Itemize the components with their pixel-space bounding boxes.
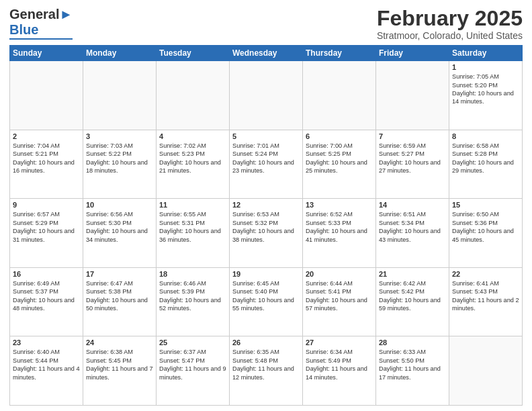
calendar-cell: 16Sunrise: 6:49 AM Sunset: 5:37 PM Dayli… [10, 267, 83, 336]
calendar-cell: 24Sunrise: 6:38 AM Sunset: 5:45 PM Dayli… [83, 336, 157, 406]
logo-bird: ► [59, 7, 73, 21]
col-friday: Friday [376, 46, 449, 61]
cell-sun-info: Sunrise: 6:47 AM Sunset: 5:38 PM Dayligh… [86, 279, 153, 313]
calendar-week-row-5: 23Sunrise: 6:40 AM Sunset: 5:44 PM Dayli… [10, 336, 523, 406]
calendar-cell: 26Sunrise: 6:35 AM Sunset: 5:48 PM Dayli… [230, 336, 303, 406]
calendar-cell: 5Sunrise: 7:01 AM Sunset: 5:24 PM Daylig… [230, 130, 303, 199]
calendar-week-row-2: 2Sunrise: 7:04 AM Sunset: 5:21 PM Daylig… [10, 130, 523, 199]
day-number: 6 [306, 132, 373, 140]
calendar-cell: 21Sunrise: 6:42 AM Sunset: 5:42 PM Dayli… [376, 267, 449, 336]
cell-sun-info: Sunrise: 6:49 AM Sunset: 5:37 PM Dayligh… [13, 279, 80, 313]
calendar-cell: 13Sunrise: 6:52 AM Sunset: 5:33 PM Dayli… [303, 199, 376, 268]
col-saturday: Saturday [449, 46, 523, 61]
calendar-week-row-1: 1Sunrise: 7:05 AM Sunset: 5:20 PM Daylig… [10, 61, 523, 130]
calendar-cell [83, 61, 157, 130]
logo-underline [9, 38, 73, 40]
cell-sun-info: Sunrise: 6:34 AM Sunset: 5:49 PM Dayligh… [306, 348, 373, 381]
cell-sun-info: Sunrise: 6:45 AM Sunset: 5:40 PM Dayligh… [232, 279, 300, 313]
calendar-cell: 22Sunrise: 6:41 AM Sunset: 5:43 PM Dayli… [449, 267, 523, 336]
cell-sun-info: Sunrise: 6:44 AM Sunset: 5:41 PM Dayligh… [306, 279, 373, 313]
day-number: 14 [379, 201, 446, 209]
cell-sun-info: Sunrise: 6:57 AM Sunset: 5:29 PM Dayligh… [13, 210, 80, 244]
calendar-table: Sunday Monday Tuesday Wednesday Thursday… [9, 45, 523, 406]
calendar-cell [376, 61, 449, 130]
day-number: 1 [452, 63, 519, 71]
cell-sun-info: Sunrise: 7:02 AM Sunset: 5:23 PM Dayligh… [159, 142, 226, 175]
cell-sun-info: Sunrise: 6:33 AM Sunset: 5:50 PM Dayligh… [379, 348, 446, 381]
calendar-cell: 18Sunrise: 6:46 AM Sunset: 5:39 PM Dayli… [157, 267, 230, 336]
cell-sun-info: Sunrise: 6:41 AM Sunset: 5:43 PM Dayligh… [452, 279, 519, 313]
calendar-cell [303, 61, 376, 130]
cell-sun-info: Sunrise: 7:04 AM Sunset: 5:21 PM Dayligh… [13, 142, 80, 175]
calendar-cell: 3Sunrise: 7:03 AM Sunset: 5:22 PM Daylig… [83, 130, 157, 199]
day-number: 21 [379, 270, 446, 278]
header: General► Blue February 2025 Stratmoor, C… [9, 7, 523, 41]
day-number: 8 [452, 132, 519, 140]
cell-sun-info: Sunrise: 6:58 AM Sunset: 5:28 PM Dayligh… [452, 142, 519, 175]
calendar-cell [10, 61, 83, 130]
day-number: 3 [86, 132, 153, 140]
calendar-cell: 15Sunrise: 6:50 AM Sunset: 5:36 PM Dayli… [449, 199, 523, 268]
cell-sun-info: Sunrise: 6:46 AM Sunset: 5:39 PM Dayligh… [159, 279, 226, 313]
cell-sun-info: Sunrise: 6:40 AM Sunset: 5:44 PM Dayligh… [13, 348, 80, 381]
day-number: 20 [306, 270, 373, 278]
calendar-cell: 27Sunrise: 6:34 AM Sunset: 5:49 PM Dayli… [303, 336, 376, 406]
page: General► Blue February 2025 Stratmoor, C… [0, 0, 532, 411]
calendar-cell: 10Sunrise: 6:56 AM Sunset: 5:30 PM Dayli… [83, 199, 157, 268]
logo-text: General► Blue [9, 7, 73, 38]
cell-sun-info: Sunrise: 6:38 AM Sunset: 5:45 PM Dayligh… [86, 348, 153, 381]
calendar-cell: 12Sunrise: 6:53 AM Sunset: 5:32 PM Dayli… [230, 199, 303, 268]
cell-sun-info: Sunrise: 6:42 AM Sunset: 5:42 PM Dayligh… [379, 279, 446, 313]
cell-sun-info: Sunrise: 6:51 AM Sunset: 5:34 PM Dayligh… [379, 210, 446, 244]
calendar-cell: 28Sunrise: 6:33 AM Sunset: 5:50 PM Dayli… [376, 336, 449, 406]
calendar-cell: 2Sunrise: 7:04 AM Sunset: 5:21 PM Daylig… [10, 130, 83, 199]
day-number: 11 [159, 201, 226, 209]
cell-sun-info: Sunrise: 6:56 AM Sunset: 5:30 PM Dayligh… [86, 210, 153, 244]
calendar-cell [449, 336, 523, 406]
calendar-header-row: Sunday Monday Tuesday Wednesday Thursday… [10, 46, 523, 61]
col-tuesday: Tuesday [157, 46, 230, 61]
calendar-cell: 6Sunrise: 7:00 AM Sunset: 5:25 PM Daylig… [303, 130, 376, 199]
day-number: 15 [452, 201, 519, 209]
day-number: 25 [159, 338, 226, 347]
day-number: 7 [379, 132, 446, 140]
cell-sun-info: Sunrise: 6:35 AM Sunset: 5:48 PM Dayligh… [232, 348, 300, 381]
calendar-cell: 7Sunrise: 6:59 AM Sunset: 5:27 PM Daylig… [376, 130, 449, 199]
logo-general: General [9, 7, 59, 21]
cell-sun-info: Sunrise: 7:00 AM Sunset: 5:25 PM Dayligh… [306, 142, 373, 175]
calendar-cell: 11Sunrise: 6:55 AM Sunset: 5:31 PM Dayli… [157, 199, 230, 268]
calendar-cell: 8Sunrise: 6:58 AM Sunset: 5:28 PM Daylig… [449, 130, 523, 199]
day-number: 28 [379, 338, 446, 347]
day-number: 23 [13, 338, 80, 347]
day-number: 5 [232, 132, 300, 140]
title-block: February 2025 Stratmoor, Colorado, Unite… [377, 7, 523, 41]
cell-sun-info: Sunrise: 6:53 AM Sunset: 5:32 PM Dayligh… [232, 210, 300, 244]
logo: General► Blue [9, 7, 73, 40]
day-number: 18 [159, 270, 226, 278]
month-title: February 2025 [377, 7, 523, 30]
day-number: 27 [306, 338, 373, 347]
cell-sun-info: Sunrise: 7:01 AM Sunset: 5:24 PM Dayligh… [232, 142, 300, 175]
cell-sun-info: Sunrise: 7:05 AM Sunset: 5:20 PM Dayligh… [452, 73, 519, 106]
cell-sun-info: Sunrise: 6:59 AM Sunset: 5:27 PM Dayligh… [379, 142, 446, 175]
calendar-cell: 23Sunrise: 6:40 AM Sunset: 5:44 PM Dayli… [10, 336, 83, 406]
day-number: 24 [86, 338, 153, 347]
col-thursday: Thursday [303, 46, 376, 61]
day-number: 16 [13, 270, 80, 278]
cell-sun-info: Sunrise: 6:55 AM Sunset: 5:31 PM Dayligh… [159, 210, 226, 244]
calendar-cell: 14Sunrise: 6:51 AM Sunset: 5:34 PM Dayli… [376, 199, 449, 268]
location-subtitle: Stratmoor, Colorado, United States [377, 30, 523, 41]
day-number: 22 [452, 270, 519, 278]
col-monday: Monday [83, 46, 157, 61]
col-wednesday: Wednesday [230, 46, 303, 61]
day-number: 26 [232, 338, 300, 347]
calendar-week-row-4: 16Sunrise: 6:49 AM Sunset: 5:37 PM Dayli… [10, 267, 523, 336]
calendar-week-row-3: 9Sunrise: 6:57 AM Sunset: 5:29 PM Daylig… [10, 199, 523, 268]
day-number: 10 [86, 201, 153, 209]
calendar-cell: 17Sunrise: 6:47 AM Sunset: 5:38 PM Dayli… [83, 267, 157, 336]
day-number: 17 [86, 270, 153, 278]
logo-blue: Blue [9, 22, 38, 37]
day-number: 9 [13, 201, 80, 209]
day-number: 19 [232, 270, 300, 278]
calendar-cell [230, 61, 303, 130]
